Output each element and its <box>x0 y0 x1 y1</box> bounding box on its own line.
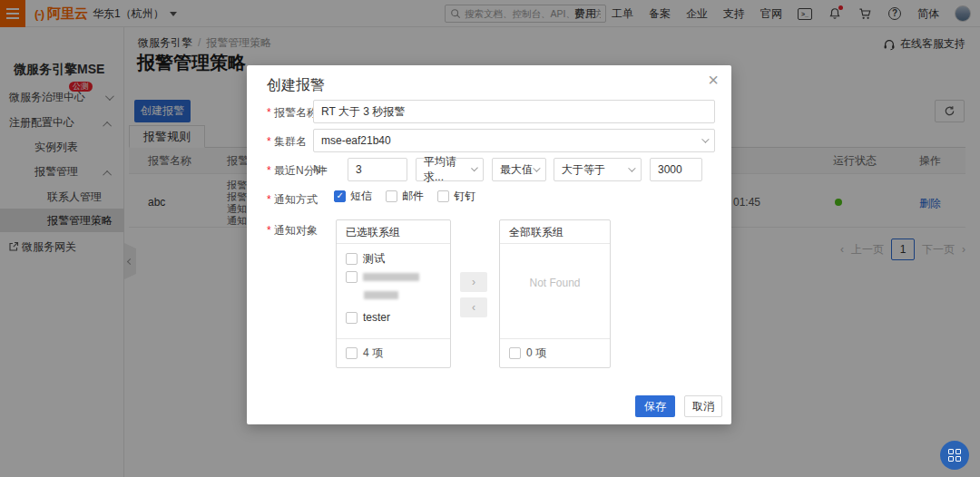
checkbox-icon[interactable] <box>437 190 449 202</box>
contact-group-item[interactable]: tester <box>346 311 390 324</box>
save-button[interactable]: 保存 <box>635 395 675 417</box>
all-groups-title: 全部联系组 <box>500 220 610 244</box>
contact-group-item-redacted-cont <box>364 291 398 299</box>
all-contact-groups-panel: 全部联系组 Not Found 0 项 <box>499 219 611 368</box>
operator-select[interactable]: 大于等于 <box>554 158 642 181</box>
transfer-left-button[interactable]: ‹ <box>460 297 487 317</box>
alert-name-label: 报警名称 <box>267 105 318 121</box>
threshold-input[interactable] <box>650 158 702 181</box>
checkbox-icon[interactable] <box>346 253 358 265</box>
notify-option-sms[interactable]: 短信 <box>334 189 372 204</box>
cluster-select[interactable]: mse-eaf21b40 <box>313 129 715 152</box>
transfer-right-button[interactable]: › <box>460 272 487 292</box>
contact-group-item-redacted[interactable] <box>346 271 419 283</box>
grid-icon <box>948 449 961 462</box>
redacted-text <box>363 273 419 281</box>
checkbox-icon[interactable] <box>386 190 397 202</box>
chevron-down-icon <box>628 164 635 171</box>
redacted-text <box>364 291 398 299</box>
app-root: (-) 阿里云 华东1（杭州） 费用 工单 备案 企业 支持 官网 >_ <box>0 0 980 477</box>
checkbox-icon[interactable] <box>346 271 358 283</box>
contact-group-item[interactable]: 测试 <box>346 251 385 267</box>
checkbox-icon[interactable] <box>346 312 358 324</box>
chevron-down-icon <box>533 164 540 171</box>
n-prefix: N= <box>313 163 328 176</box>
cluster-name-label: 集群名 <box>267 134 307 150</box>
notify-option-dingtalk[interactable]: 钉钉 <box>437 189 475 204</box>
selected-groups-title: 已选联系组 <box>337 220 450 244</box>
cluster-select-value: mse-eaf21b40 <box>321 134 391 147</box>
n-value-input[interactable] <box>348 158 407 181</box>
select-all-checkbox[interactable] <box>346 347 358 359</box>
selected-groups-footer: 4 项 <box>337 338 450 367</box>
notify-target-label: 通知对象 <box>267 223 318 238</box>
modal-title: 创建报警 <box>267 76 325 95</box>
floating-apps-button[interactable] <box>940 441 969 470</box>
selected-contact-groups-panel: 已选联系组 测试 tester 4 项 <box>336 219 451 368</box>
select-all-checkbox[interactable] <box>509 347 521 359</box>
empty-state-text: Not Found <box>500 277 610 289</box>
create-alert-modal: 创建报警 × 报警名称 集群名 mse-eaf21b40 最近N分钟 N= 平均… <box>247 65 731 424</box>
checkbox-checked-icon[interactable] <box>334 190 346 202</box>
all-groups-footer: 0 项 <box>500 338 610 367</box>
metric-select[interactable]: 平均请求... <box>416 158 484 181</box>
cancel-button[interactable]: 取消 <box>684 395 722 417</box>
chevron-down-icon <box>701 135 709 142</box>
notify-option-email[interactable]: 邮件 <box>386 189 424 204</box>
alert-name-input[interactable] <box>313 100 715 123</box>
notify-method-label: 通知方式 <box>267 192 318 208</box>
close-icon[interactable]: × <box>708 71 719 89</box>
notify-method-options: 短信 邮件 钉钉 <box>334 189 475 204</box>
chevron-down-icon <box>471 165 478 172</box>
aggregation-select[interactable]: 最大值 <box>492 158 546 181</box>
